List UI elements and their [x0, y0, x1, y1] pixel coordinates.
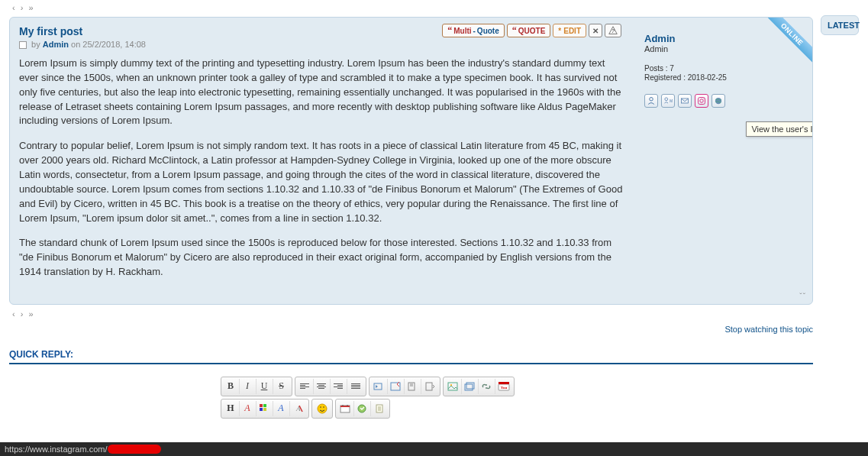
top-dots: ‹ › » — [12, 3, 813, 12]
align-center-button[interactable] — [314, 379, 331, 394]
delete-button[interactable]: ✕ — [589, 24, 602, 37]
post-paragraph: Lorem Ipsum is simply dummy text of the … — [19, 57, 626, 128]
quote-block-button[interactable] — [405, 379, 421, 394]
svg-point-7 — [703, 98, 704, 99]
svg-point-1 — [650, 98, 653, 102]
image-host-button[interactable] — [462, 379, 479, 394]
svg-rect-21 — [499, 382, 509, 384]
svg-point-29 — [320, 406, 321, 408]
instagram-tooltip: View the user's Instagram account — [746, 121, 813, 137]
align-right-button[interactable] — [331, 379, 347, 394]
editor-toolbar-row2: H A A A — [221, 399, 602, 419]
svg-point-6 — [700, 99, 704, 103]
emoji-button[interactable] — [314, 401, 331, 416]
profile-reg-date: 2018-02-25 — [688, 73, 727, 82]
remove-format-button[interactable]: A — [290, 401, 307, 416]
resize-handle-icon: ˇˇ — [799, 293, 806, 301]
post-paragraph: Contrary to popular belief, Lorem Ipsum … — [19, 139, 626, 225]
image-button[interactable] — [445, 379, 462, 394]
svg-rect-23 — [263, 404, 266, 407]
svg-rect-15 — [448, 383, 457, 390]
post-paragraph: The standard chunk of Lorem Ipsum used s… — [19, 236, 626, 280]
multi-label: Multi — [453, 27, 471, 35]
pm-icon[interactable]: MP — [661, 94, 675, 108]
svg-rect-22 — [260, 404, 263, 407]
quote-mark-icon: “ — [447, 25, 452, 37]
svg-point-8 — [715, 98, 721, 104]
font-size-button[interactable]: A — [240, 401, 257, 416]
strike-button[interactable]: S — [273, 379, 290, 394]
svg-rect-32 — [340, 406, 350, 407]
font-color-button[interactable] — [257, 401, 273, 416]
post-content: Lorem Ipsum is simply dummy text of the … — [19, 57, 626, 280]
post-date: 25/2/2018, 14:08 — [82, 40, 146, 49]
list-ul-button[interactable] — [371, 379, 388, 394]
editor-toolbar-row1: B I U S — [221, 377, 602, 396]
list-ol-button[interactable] — [388, 379, 405, 394]
date-button[interactable] — [337, 401, 354, 416]
header-button[interactable]: H — [223, 401, 240, 416]
youtube-button[interactable]: You — [495, 379, 512, 394]
underline-button[interactable]: U — [257, 379, 273, 394]
online-ribbon — [759, 18, 812, 71]
ip-button[interactable]: ? — [605, 24, 621, 37]
svg-rect-24 — [260, 408, 263, 411]
edit-button[interactable]: EDIT — [553, 24, 586, 37]
page-icon — [19, 41, 27, 49]
quote-button[interactable]: “ QUOTE — [507, 24, 551, 37]
italic-button[interactable]: I — [240, 379, 257, 394]
stop-watching-link[interactable]: Stop watching this topic — [724, 325, 813, 334]
svg-rect-14 — [426, 383, 432, 390]
paste-button[interactable] — [371, 401, 388, 416]
profile-post-count: 7 — [670, 64, 674, 73]
align-justify-button[interactable] — [347, 379, 364, 394]
svg-text:?: ? — [611, 28, 615, 34]
svg-rect-10 — [391, 383, 400, 390]
svg-point-30 — [323, 406, 324, 408]
post-meta: by Admin on 25/2/2018, 14:08 — [19, 40, 626, 49]
svg-text:MP: MP — [670, 99, 673, 103]
post-action-bar: “ Multi - Quote “ QUOTE EDIT ✕ ? — [442, 24, 621, 37]
svg-point-2 — [665, 98, 668, 101]
font-family-button[interactable]: A — [273, 401, 290, 416]
svg-point-28 — [318, 404, 327, 413]
svg-text:You: You — [500, 386, 507, 390]
post-title-link[interactable]: My first post — [19, 25, 82, 37]
website-icon[interactable] — [712, 94, 725, 108]
post: “ Multi - Quote “ QUOTE EDIT ✕ ? — [9, 17, 813, 305]
link-button[interactable] — [479, 379, 495, 394]
profile-icon[interactable] — [644, 94, 658, 108]
bottom-dots: ‹ › » — [12, 309, 813, 319]
instagram-icon[interactable] — [695, 94, 708, 108]
latest-widget[interactable]: LATEST — [821, 15, 859, 35]
multi-quote-button[interactable]: “ Multi - Quote — [442, 24, 505, 37]
svg-rect-25 — [263, 408, 266, 411]
email-icon[interactable] — [678, 94, 692, 108]
spoiler-button[interactable] — [354, 401, 371, 416]
align-left-button[interactable] — [297, 379, 314, 394]
quick-reply-header: QUICK REPLY: — [9, 349, 813, 364]
profile-contact-icons: MP — [644, 94, 803, 108]
quick-reply-editor: B I U S — [221, 377, 602, 419]
bold-button[interactable]: B — [223, 379, 240, 394]
quote-mark-icon: “ — [512, 25, 517, 37]
info-triangle-icon: ? — [608, 26, 618, 35]
code-block-button[interactable] — [421, 379, 438, 394]
post-author-link[interactable]: Admin — [43, 40, 69, 49]
post-profile: Admin Admin Posts : 7 Registered : 2018-… — [635, 18, 812, 304]
